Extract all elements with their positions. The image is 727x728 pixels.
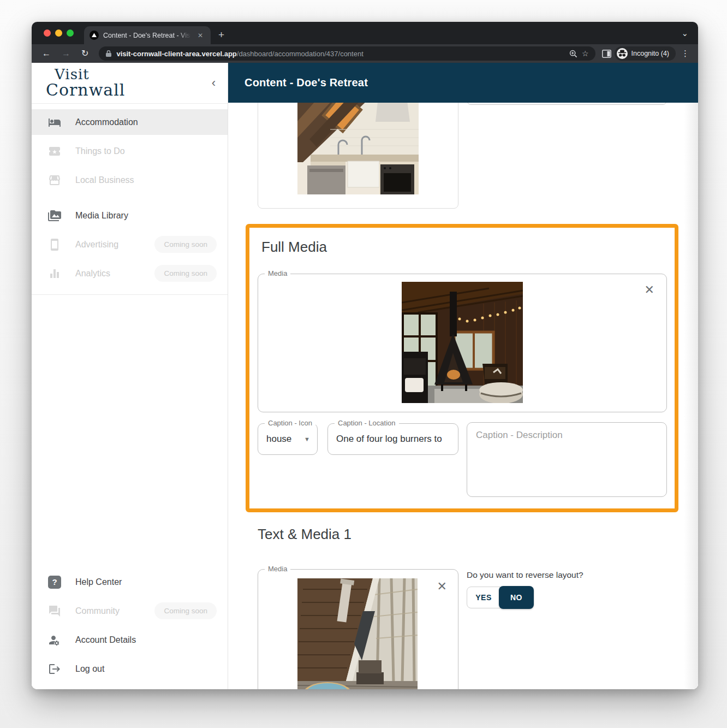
reverse-layout-question: Do you want to reverse layout? [467,570,583,580]
caption-icon-select[interactable]: Caption - Icon house ▼ [258,423,318,455]
activity-ticket-icon [48,145,61,158]
incognito-badge[interactable]: Incognito (4) [615,46,676,61]
sidebar-item-things-to-do: Things to Do [32,138,228,164]
coming-soon-badge: Coming soon [154,236,217,253]
main-panel: Content - Doe's Retreat [228,63,698,689]
reverse-yes-button[interactable]: YES [467,587,500,608]
browser-menu-icon[interactable]: ⋮ [679,49,692,58]
aframe-cabin-photo [297,578,418,689]
reverse-no-button[interactable]: NO [499,586,534,609]
person-gear-icon [48,634,61,647]
chat-icon [48,605,61,618]
browser-window: Content - Doe's Retreat - Visit ✕ + ⌄ ← … [32,22,698,689]
sidebar-item-local-business: Local Business [32,167,228,193]
address-bar[interactable]: visit-cornwall-client-area.vercel.app/da… [99,46,595,61]
lock-icon [105,50,112,57]
caption-location-legend: Caption - Location [335,419,399,427]
logo-line-2: Cornwall [46,82,125,99]
app-frame: Visit Cornwall ‹ Accommodation Things to [32,63,698,689]
logo-line-1: Visit [46,67,125,82]
text-media-title: Text & Media 1 [258,526,351,543]
previous-text-field[interactable] [467,103,667,105]
url-domain: visit-cornwall-client-area.vercel.app [116,50,236,58]
browser-tab[interactable]: Content - Doe's Retreat - Visit ✕ [84,26,211,44]
media-legend: Media [265,269,290,277]
sidebar-item-media-library[interactable]: Media Library [32,203,228,228]
help-icon: ? [48,576,61,589]
page-header: Content - Doe's Retreat [228,63,698,103]
sidebar-item-accommodation[interactable]: Accommodation [32,109,228,135]
sidebar-item-label: Analytics [75,269,110,279]
smartphone-icon [48,238,61,251]
sidebar-item-label: Account Details [75,635,136,645]
previous-media-card [258,103,458,209]
content-right-shade [684,103,698,689]
sidebar-item-community: Community Coming soon [32,598,228,624]
storefront-icon [48,174,61,187]
logout-icon [48,662,61,676]
sidebar-item-label: Media Library [75,211,128,221]
sidebar-collapse-icon[interactable]: ‹ [212,77,216,89]
sidebar-item-log-out[interactable]: Log out [32,656,228,682]
sidebar-item-label: Accommodation [75,117,138,127]
sidebar-item-label: Log out [75,664,104,674]
caption-icon-legend: Caption - Icon [265,419,315,427]
tab-title: Content - Doe's Retreat - Visit [103,32,191,39]
traffic-lights [44,29,74,37]
caption-description-field [467,422,667,497]
tab-close-icon[interactable]: ✕ [195,31,205,40]
bar-chart-icon [48,267,61,280]
page-content: Full Media Media [228,103,698,689]
incognito-spy-icon [617,48,628,59]
back-button[interactable]: ← [38,48,55,59]
sidebar-item-label: Help Center [75,577,122,587]
new-tab-button[interactable]: + [218,29,224,41]
bookmark-star-icon[interactable]: ☆ [582,49,589,58]
sidebar-item-account-details[interactable]: Account Details [32,627,228,653]
minimize-window-button[interactable] [55,29,62,37]
incognito-label: Incognito (4) [631,50,669,57]
remove-media-icon[interactable]: ✕ [437,581,447,593]
caption-icon-value: house [266,434,291,445]
sidebar-nav: Accommodation Things to Do Local Busines… [32,104,228,295]
full-media-section: Full Media Media [246,224,678,512]
sidebar-logo-row: Visit Cornwall ‹ [32,63,228,104]
close-window-button[interactable] [44,29,51,37]
tab-search-chevron-icon[interactable]: ⌄ [681,28,688,38]
caption-description-textarea[interactable] [467,423,666,496]
reverse-layout-toggle: YES NO [467,587,534,609]
sidebar-item-label: Community [75,606,120,616]
chevron-down-icon: ▼ [304,436,310,442]
tab-strip: Content - Doe's Retreat - Visit ✕ + ⌄ [32,22,698,44]
caption-location-field: Caption - Location [327,423,458,455]
sidebar-divider [32,294,228,295]
url-text: visit-cornwall-client-area.vercel.app/da… [116,50,565,58]
vercel-favicon-icon [90,31,99,40]
sidebar-item-label: Local Business [75,175,134,185]
zoom-window-button[interactable] [67,29,74,37]
reload-button[interactable]: ↻ [78,48,92,59]
full-media-media-box: Media [258,274,667,412]
sidebar-item-advertising: Advertising Coming soon [32,232,228,257]
sidebar-item-help-center[interactable]: ? Help Center [32,569,228,595]
side-panel-icon[interactable] [602,50,611,58]
visit-cornwall-logo: Visit Cornwall [46,67,125,98]
full-media-title: Full Media [261,239,327,256]
bed-icon [48,116,61,129]
sidebar-item-label: Things to Do [75,146,125,156]
media-folder-icon [48,209,61,222]
browser-toolbar: ← → ↻ visit-cornwall-client-area.vercel.… [32,44,698,63]
coming-soon-badge: Coming soon [154,602,217,619]
sidebar-footer: ? Help Center Community Coming soon Acco… [32,569,228,689]
cabin-interior-photo [402,282,523,403]
kitchen-photo [297,103,419,194]
coming-soon-badge: Coming soon [154,265,217,282]
sidebar: Visit Cornwall ‹ Accommodation Things to [32,63,228,689]
page-title: Content - Doe's Retreat [245,76,368,89]
caption-location-input[interactable] [328,424,458,454]
remove-media-icon[interactable]: ✕ [645,284,654,296]
zoom-page-icon[interactable] [569,50,577,58]
url-path: /dashboard/accommodation/437/content [237,50,364,58]
forward-button[interactable]: → [58,48,74,59]
sidebar-item-analytics: Analytics Coming soon [32,261,228,286]
